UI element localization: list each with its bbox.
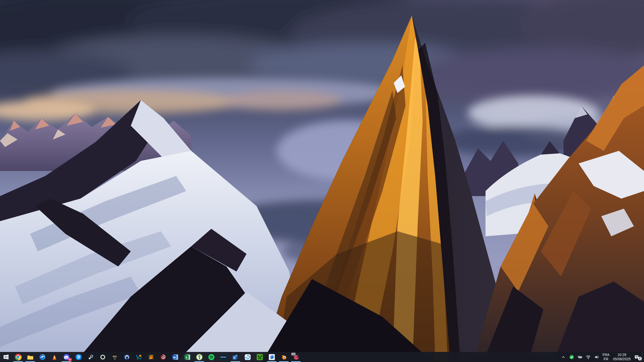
ubisoft-connect-icon <box>244 354 251 360</box>
epic-games-icon: EPIC GAMES <box>111 354 118 360</box>
show-hidden-icons-button[interactable] <box>559 352 568 362</box>
file-explorer-icon <box>27 354 34 360</box>
taskbar-item-vlc[interactable] <box>48 352 60 362</box>
svg-text:V: V <box>233 356 235 359</box>
taskbar-item-discord[interactable]: 9+ <box>60 352 72 362</box>
volume-icon <box>594 355 599 359</box>
volume-tray-button[interactable] <box>592 352 601 362</box>
taskbar-item-vb-audio[interactable] <box>133 352 145 362</box>
minecraft-creeper-icon <box>256 354 263 360</box>
taskbar-item-maroon-swirl-app[interactable] <box>157 352 169 362</box>
taskbar-item-thunderbird[interactable] <box>36 352 48 362</box>
security-tray-button[interactable] <box>568 352 576 362</box>
start-button[interactable] <box>0 352 12 362</box>
taskbar: 9+ B EPIC GAMES <box>0 352 644 362</box>
battery-tray-button[interactable] <box>576 352 584 362</box>
vlc-icon <box>51 354 58 360</box>
thunderbird-icon <box>39 354 46 360</box>
taskbar-item-blender[interactable] <box>278 352 290 362</box>
keepass-icon <box>196 354 203 360</box>
x64-overlay-label: x64 <box>291 353 296 355</box>
svg-text:W: W <box>173 356 176 359</box>
taskbar-item-epic-games[interactable]: EPIC GAMES <box>109 352 121 362</box>
svg-text:EPIC: EPIC <box>113 355 117 357</box>
taskbar-item-visio[interactable]: V <box>229 352 242 362</box>
taskbar-item-disney-plus[interactable]: Disney+ <box>217 352 229 362</box>
chrome-icon <box>15 354 22 360</box>
visio-icon: V <box>232 354 239 360</box>
taskbar-item-steam[interactable] <box>85 352 97 362</box>
taskbar-item-power-drop-app[interactable] <box>121 352 133 362</box>
wifi-icon <box>586 355 591 359</box>
sketchup-icon <box>268 354 275 360</box>
disney-plus-icon: Disney+ <box>220 354 227 360</box>
security-check-icon <box>569 355 574 359</box>
steam-icon <box>87 354 94 360</box>
taskbar-item-keepass[interactable] <box>193 352 205 362</box>
mountain-wallpaper-art <box>0 0 644 362</box>
dragon-game-icon <box>99 354 106 360</box>
language-indicator[interactable]: FRA FR <box>601 352 611 362</box>
taskbar-item-battle-net[interactable]: B <box>72 352 85 362</box>
blender-icon <box>280 354 287 360</box>
clock-date: 05/06/2025 <box>613 357 631 361</box>
discord-notification-badge: 9+ <box>68 358 72 361</box>
taskbar-item-excel[interactable]: X <box>181 352 193 362</box>
maroon-swirl-icon <box>160 354 167 360</box>
battery-charging-icon <box>578 355 582 359</box>
excel-icon: X <box>184 354 191 360</box>
taskbar-item-spotify[interactable] <box>205 352 217 362</box>
taskbar-item-word[interactable]: W <box>169 352 181 362</box>
language-primary: FRA <box>602 353 610 357</box>
windows-logo-icon <box>3 354 9 360</box>
taskbar-item-minecraft[interactable] <box>254 352 266 362</box>
power-drop-icon <box>124 354 130 360</box>
clock[interactable]: 10:29 05/06/2025 <box>611 352 632 362</box>
taskbar-item-file-explorer[interactable] <box>24 352 36 362</box>
svg-text:Disney+: Disney+ <box>221 356 226 357</box>
taskbar-empty-space <box>302 352 559 362</box>
svg-text:X: X <box>185 356 187 359</box>
vb-audio-icon <box>136 354 142 360</box>
taskbar-item-sketchup[interactable] <box>266 352 278 362</box>
taskbar-item-dragon-game[interactable] <box>97 352 109 362</box>
desktop-wallpaper <box>0 0 644 362</box>
word-icon: W <box>172 354 179 360</box>
svg-text:GAMES: GAMES <box>113 357 116 358</box>
language-secondary: FR <box>604 357 609 361</box>
clock-time: 10:29 <box>617 353 626 357</box>
notification-count-badge: 8 <box>638 357 642 360</box>
spotify-icon <box>208 354 215 360</box>
show-desktop-strip[interactable] <box>642 352 644 362</box>
system-tray: FRA FR 10:29 05/06/2025 8 <box>559 352 644 362</box>
taskbar-item-ubisoft-connect[interactable] <box>242 352 254 362</box>
sublime-text-icon <box>148 354 154 360</box>
network-tray-button[interactable] <box>584 352 592 362</box>
battle-net-icon: B <box>75 354 82 360</box>
taskbar-item-x64-app[interactable]: x64 <box>290 352 302 362</box>
taskbar-item-chrome[interactable] <box>12 352 24 362</box>
chevron-up-icon <box>561 355 566 359</box>
taskbar-item-sublime-text[interactable] <box>145 352 157 362</box>
action-center-button[interactable]: 8 <box>632 352 642 362</box>
